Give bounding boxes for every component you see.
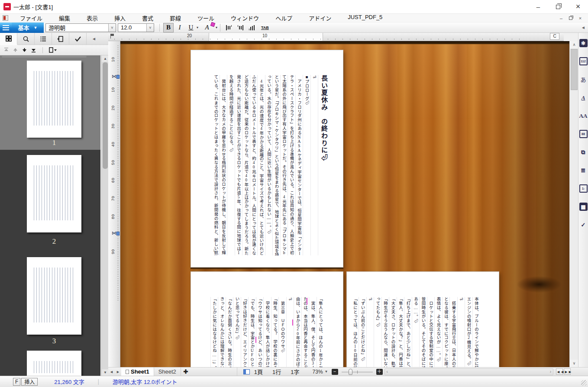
sheet-prev-button[interactable]: ◄ bbox=[108, 370, 115, 374]
menu-item[interactable]: ウィンドウ bbox=[223, 14, 267, 22]
style-set-button[interactable]: 基本 ▼ bbox=[12, 23, 44, 33]
menu-item[interactable]: ファイル bbox=[12, 14, 51, 22]
zoom-slider[interactable] bbox=[342, 369, 373, 375]
italic-button[interactable]: I bbox=[174, 23, 185, 32]
document-page-1[interactable]: 長い夏休み の終わりに⏎⏎■プロローグ⏎ アメリカ・フロリダ州にあるNASAケネ… bbox=[191, 50, 343, 268]
page-thumbnail-4[interactable] bbox=[27, 351, 81, 376]
document-horizontal-scrollbar[interactable]: ‹ › bbox=[384, 368, 554, 375]
scroll-up-icon[interactable]: ∧ bbox=[570, 41, 578, 48]
page-display-icon[interactable] bbox=[49, 47, 58, 53]
font-name-combo[interactable]: 游明朝 ˅ bbox=[45, 23, 116, 32]
prev-page-button[interactable]: ◄◄ bbox=[556, 368, 563, 375]
doc-minimize-button[interactable]: – bbox=[558, 16, 565, 21]
outline-lines-icon[interactable]: ≣ bbox=[579, 166, 588, 174]
zoom-out-button[interactable]: − bbox=[332, 369, 338, 375]
flag-icon[interactable] bbox=[110, 33, 115, 39]
char-position: 1字 bbox=[291, 368, 299, 376]
insert-mode-button[interactable]: 挿入 bbox=[21, 378, 38, 386]
page-number-icon[interactable]: 1- bbox=[579, 184, 588, 193]
margin-marker-top[interactable]: ⋈ bbox=[112, 74, 116, 78]
page-thumbnail-2[interactable] bbox=[27, 155, 81, 232]
media-clip-icon[interactable]: 88 bbox=[579, 130, 588, 138]
font-color-button[interactable]: A bbox=[202, 23, 212, 32]
menu-item[interactable]: アドイン bbox=[300, 14, 339, 22]
zoom-in-button[interactable]: ＋ bbox=[376, 369, 383, 375]
scrollbar-thumb[interactable] bbox=[103, 62, 108, 169]
status-panel-icon[interactable] bbox=[243, 369, 250, 374]
tab-proofread[interactable] bbox=[69, 33, 87, 45]
menu-item[interactable]: 挿入 bbox=[106, 14, 134, 22]
page-thumbnail-1[interactable] bbox=[27, 61, 81, 138]
menu-item[interactable]: 編集 bbox=[51, 14, 78, 22]
scroll-down-icon[interactable]: ∨ bbox=[570, 360, 578, 367]
document-page-3[interactable]: 「隼人にとっては、ほんの1年か2年の 実は、隼人、僕、そして円香の3人はたのは、… bbox=[191, 271, 343, 367]
next-page-icon[interactable] bbox=[22, 47, 27, 53]
flower-palette-icon[interactable]: ✻ bbox=[579, 39, 588, 47]
align-center-button[interactable] bbox=[235, 23, 246, 32]
margin-marker-bottom[interactable]: ⋈ bbox=[112, 231, 116, 235]
checker-grid-icon[interactable]: ▦ bbox=[579, 203, 588, 211]
menu-item[interactable]: 表示 bbox=[78, 14, 106, 22]
scroll-up-icon[interactable]: ▲ bbox=[102, 55, 109, 62]
scroll-left-icon[interactable]: ‹ bbox=[387, 369, 388, 374]
calendar-icon[interactable]: 112 bbox=[579, 57, 588, 65]
next-page-button[interactable]: ►► bbox=[564, 368, 571, 375]
toolbar-collapse-button[interactable]: ◄ bbox=[581, 25, 585, 30]
document-canvas[interactable]: 長い夏休み の終わりに⏎⏎■プロローグ⏎ アメリカ・フロリダ州にあるNASAケネ… bbox=[120, 41, 569, 367]
chevron-down-icon[interactable]: ˅ bbox=[146, 24, 154, 32]
text-column: 「隼人にとっては、ほんの1年か2年の bbox=[317, 297, 324, 367]
kana-input-icon[interactable]: あ bbox=[579, 75, 588, 84]
menu-item[interactable]: ツール bbox=[189, 14, 223, 22]
font-color-dropdown[interactable]: ▾ bbox=[216, 26, 217, 29]
text-column: ている。これまでのロケットとはまったく異なる方法で設計され、新開発の燃料と、新し… bbox=[214, 75, 220, 255]
font-size-combo[interactable]: 12.0 ˅ bbox=[118, 23, 154, 32]
sidebar-scrollbar[interactable]: ▲ ▼ bbox=[101, 55, 108, 376]
minimize-button[interactable]: – bbox=[528, 0, 548, 14]
underline-dropdown[interactable]: ▾ bbox=[197, 26, 198, 29]
document-vertical-scrollbar[interactable]: ∧ ∨ bbox=[569, 41, 578, 367]
copy-pages-icon[interactable]: ⧉ bbox=[579, 148, 588, 156]
thumbnail-pane-scrollbar[interactable] bbox=[2, 56, 87, 58]
scroll-down-icon[interactable]: ▼ bbox=[102, 369, 109, 376]
prev-page-icon[interactable] bbox=[13, 47, 18, 53]
tab-thumbnails[interactable] bbox=[0, 33, 17, 45]
sheet-next-button[interactable]: ► bbox=[115, 370, 121, 374]
close-button[interactable]: × bbox=[568, 0, 588, 14]
document-page-2[interactable]: 本体は、ブルーのラインで鮮やかに縁取らエンジンの噴射口が2機見える。⏎⏎ 搭乗す… bbox=[346, 271, 499, 367]
menu-item[interactable]: 罫線 bbox=[162, 14, 189, 22]
scrollbar-thumb[interactable] bbox=[571, 49, 578, 90]
tab-outline[interactable] bbox=[35, 33, 52, 45]
first-page-icon[interactable] bbox=[3, 47, 9, 53]
check-mark-icon[interactable]: ✓ bbox=[579, 221, 588, 229]
menu-item[interactable]: 書式 bbox=[134, 14, 162, 22]
sheet-tab-1[interactable]: Sheet1 bbox=[121, 368, 154, 376]
restore-button[interactable] bbox=[548, 0, 568, 14]
zoom-dropdown-icon[interactable]: ▼ bbox=[325, 370, 328, 374]
font-size-icon[interactable]: AA bbox=[579, 112, 588, 120]
doc-close-button[interactable]: × bbox=[577, 16, 584, 21]
align-top-button[interactable] bbox=[224, 23, 234, 32]
sheet-tab-2[interactable]: Sheet2 bbox=[154, 368, 181, 376]
scroll-right-icon[interactable]: › bbox=[550, 369, 551, 374]
chevron-down-icon[interactable]: ˅ bbox=[108, 24, 116, 32]
bold-button[interactable]: B bbox=[163, 23, 174, 32]
zoom-level[interactable]: 73% bbox=[313, 369, 323, 375]
tab-search[interactable] bbox=[17, 33, 35, 45]
column-marker[interactable]: C bbox=[550, 33, 559, 40]
add-sheet-button[interactable]: ✚ bbox=[181, 368, 191, 375]
align-bottom-button[interactable] bbox=[246, 23, 257, 32]
font-style-icon[interactable]: A bbox=[579, 94, 588, 102]
menu-item[interactable]: ヘルプ bbox=[267, 14, 300, 22]
resize-grip[interactable] bbox=[581, 380, 587, 386]
last-page-icon[interactable] bbox=[31, 47, 36, 53]
f-mode-button[interactable]: F bbox=[13, 378, 20, 386]
menu-item[interactable]: JUST_PDF_5 bbox=[339, 14, 391, 22]
page-thumbnail-3[interactable] bbox=[27, 257, 81, 335]
tab-page-operations[interactable] bbox=[52, 33, 69, 45]
zoom-slider-handle[interactable] bbox=[349, 369, 352, 375]
underline-button[interactable]: U bbox=[186, 23, 196, 32]
tab-settings-button[interactable]: TAB bbox=[261, 26, 269, 30]
hamburger-menu-button[interactable] bbox=[0, 23, 12, 33]
doc-restore-button[interactable] bbox=[569, 16, 572, 20]
sidebar-collapse-button[interactable]: ◄ bbox=[89, 33, 99, 45]
